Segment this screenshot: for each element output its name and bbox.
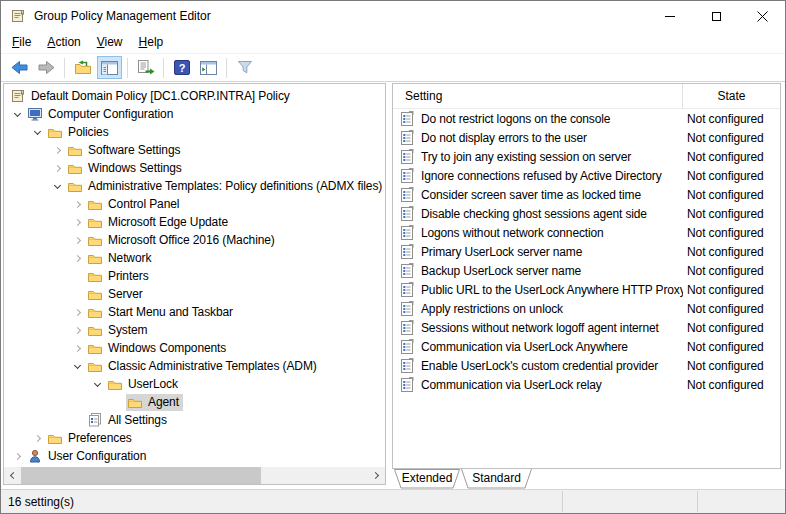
column-header-setting[interactable]: Setting — [393, 89, 682, 103]
setting-name: Apply restrictions on unlock — [421, 302, 563, 316]
tab-label: Standard — [461, 471, 532, 485]
menu-file[interactable]: File — [4, 31, 39, 53]
help-button[interactable]: ? — [169, 56, 194, 79]
setting-row[interactable]: Public URL to the UserLock Anywhere HTTP… — [393, 280, 780, 299]
setting-icon — [401, 301, 414, 316]
show-console-tree-button[interactable] — [97, 56, 122, 79]
tree-item-windows-components[interactable]: Windows Components — [4, 339, 385, 357]
setting-row[interactable]: Enable UserLock's custom credential prov… — [393, 356, 780, 375]
chevron-right-icon[interactable] — [29, 429, 46, 447]
setting-row[interactable]: Consider screen saver time as locked tim… — [393, 185, 780, 204]
setting-row[interactable]: Do not restrict logons on the consoleNot… — [393, 109, 780, 128]
gpo-scroll-icon — [10, 89, 27, 103]
chevron-right-icon — [372, 472, 379, 479]
up-one-level-button[interactable] — [70, 56, 95, 79]
tree-horizontal-scrollbar[interactable] — [4, 467, 385, 484]
setting-row[interactable]: Communication via UserLock relayNot conf… — [393, 375, 780, 394]
setting-name: Do not display errors to the user — [421, 131, 587, 145]
chevron-down-icon[interactable] — [69, 357, 86, 375]
expander-spacer — [69, 411, 86, 429]
setting-row[interactable]: Communication via UserLock AnywhereNot c… — [393, 337, 780, 356]
scroll-right-button[interactable] — [368, 467, 385, 484]
export-list-button[interactable] — [133, 56, 158, 79]
chevron-down-icon[interactable] — [89, 375, 106, 393]
setting-row[interactable]: Sessions without network logoff agent in… — [393, 318, 780, 337]
tree-item-preferences[interactable]: Preferences — [4, 429, 385, 447]
chevron-right-icon[interactable] — [69, 195, 86, 213]
close-button[interactable] — [739, 1, 785, 31]
tree-item-userlock[interactable]: UserLock — [4, 375, 385, 393]
title-bar[interactable]: Group Policy Management Editor — [1, 1, 785, 31]
tree-item-policies[interactable]: Policies — [4, 123, 385, 141]
tree-item-label: All Settings — [108, 413, 167, 427]
tree-item-computer-configuration[interactable]: Computer Configuration — [4, 105, 385, 123]
setting-icon — [401, 168, 414, 183]
filter-button[interactable] — [232, 56, 257, 79]
tree-item-default-domain-policy-dc1-corp-intra-policy[interactable]: Default Domain Policy [DC1.CORP.INTRA] P… — [4, 87, 385, 105]
chevron-right-icon[interactable] — [69, 339, 86, 357]
filter-icon — [237, 60, 253, 75]
menu-action[interactable]: Action — [39, 31, 88, 53]
setting-row[interactable]: Apply restrictions on unlockNot configur… — [393, 299, 780, 318]
tree-item-network[interactable]: Network — [4, 249, 385, 267]
tree-item-administrative-templates-policy-definitions-admx-files[interactable]: Administrative Templates: Policy definit… — [4, 177, 385, 195]
chevron-right-icon[interactable] — [9, 447, 26, 465]
tree-item-all-settings[interactable]: All Settings — [4, 411, 385, 429]
tree-item-printers[interactable]: Printers — [4, 267, 385, 285]
tree-item-user-configuration[interactable]: User Configuration — [4, 447, 385, 465]
setting-row[interactable]: Ignore connections refused by Active Dir… — [393, 166, 780, 185]
chevron-right-icon[interactable] — [49, 141, 66, 159]
chevron-right-icon[interactable] — [69, 321, 86, 339]
scroll-left-button[interactable] — [4, 467, 21, 484]
chevron-right-icon[interactable] — [69, 231, 86, 249]
tree-item-control-panel[interactable]: Control Panel — [4, 195, 385, 213]
tree-item-microsoft-office-2016-machine[interactable]: Microsoft Office 2016 (Machine) — [4, 231, 385, 249]
chevron-right-icon[interactable] — [69, 249, 86, 267]
scrollbar-thumb[interactable] — [21, 467, 261, 484]
svg-text:?: ? — [178, 62, 185, 74]
tab-extended[interactable]: Extended — [394, 469, 460, 489]
user-icon — [27, 449, 44, 463]
back-icon — [10, 60, 29, 75]
chevron-right-icon[interactable] — [49, 159, 66, 177]
tab-standard[interactable]: Standard — [461, 469, 532, 489]
statusbar-divider — [562, 491, 563, 512]
chevron-right-icon[interactable] — [69, 303, 86, 321]
tree-item-classic-administrative-templates-adm[interactable]: Classic Administrative Templates (ADM) — [4, 357, 385, 375]
tree-item-agent[interactable]: Agent — [4, 393, 385, 411]
menu-view[interactable]: View — [89, 31, 131, 53]
chevron-right-icon[interactable] — [69, 213, 86, 231]
toolbar-separator — [127, 58, 128, 78]
setting-row[interactable]: Primary UserLock server nameNot configur… — [393, 242, 780, 261]
chevron-down-icon[interactable] — [49, 177, 66, 195]
tree-item-start-menu-and-taskbar[interactable]: Start Menu and Taskbar — [4, 303, 385, 321]
maximize-button[interactable] — [693, 1, 739, 31]
tree-item-software-settings[interactable]: Software Settings — [4, 141, 385, 159]
forward-button[interactable] — [34, 56, 59, 79]
setting-row[interactable]: Do not display errors to the userNot con… — [393, 128, 780, 147]
settings-list-pane: Setting State Do not restrict logons on … — [392, 83, 781, 469]
tree-item-system[interactable]: System — [4, 321, 385, 339]
column-header-state[interactable]: State — [683, 89, 780, 103]
maximize-icon — [712, 12, 721, 21]
folder-icon — [87, 252, 104, 265]
setting-row[interactable]: Backup UserLock server nameNot configure… — [393, 261, 780, 280]
setting-name: Communication via UserLock relay — [421, 378, 602, 392]
folder-icon — [107, 378, 124, 391]
setting-row[interactable]: Try to join any existing session on serv… — [393, 147, 780, 166]
setting-name: Try to join any existing session on serv… — [421, 150, 631, 164]
tree-item-label: Windows Components — [108, 341, 226, 355]
setting-row[interactable]: Disable checking ghost sessions agent si… — [393, 204, 780, 223]
tree-item-label: User Configuration — [48, 449, 146, 463]
show-properties-button[interactable] — [196, 56, 221, 79]
menu-help[interactable]: Help — [131, 31, 172, 53]
minimize-button[interactable] — [647, 1, 693, 31]
back-button[interactable] — [7, 56, 32, 79]
setting-state: Not configured — [683, 207, 764, 221]
tree-item-microsoft-edge-update[interactable]: Microsoft Edge Update — [4, 213, 385, 231]
chevron-down-icon[interactable] — [29, 123, 46, 141]
chevron-down-icon[interactable] — [9, 105, 26, 123]
tree-item-windows-settings[interactable]: Windows Settings — [4, 159, 385, 177]
tree-item-server[interactable]: Server — [4, 285, 385, 303]
setting-row[interactable]: Logons without network connectionNot con… — [393, 223, 780, 242]
